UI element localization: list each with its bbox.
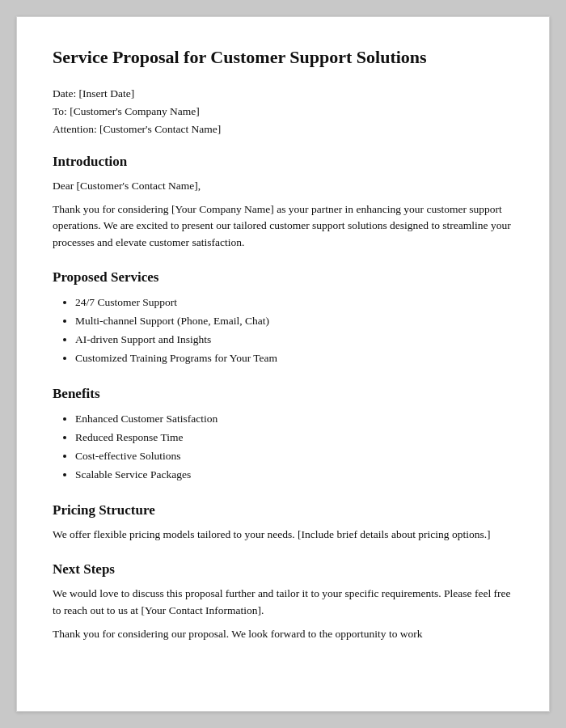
introduction-heading: Introduction bbox=[53, 154, 513, 170]
list-item: AI-driven Support and Insights bbox=[75, 331, 513, 349]
list-item: Scalable Service Packages bbox=[75, 466, 513, 485]
pricing-body: We offer flexible pricing models tailore… bbox=[53, 527, 513, 544]
date-line: Date: [Insert Date] bbox=[53, 87, 513, 100]
next-steps-body2: Thank you for considering our proposal. … bbox=[53, 626, 513, 643]
to-line: To: [Customer's Company Name] bbox=[53, 105, 513, 118]
list-item: Reduced Response Time bbox=[75, 429, 513, 447]
proposed-services-heading: Proposed Services bbox=[53, 269, 513, 286]
document-title: Service Proposal for Customer Support So… bbox=[53, 46, 513, 70]
list-item: Cost-effective Solutions bbox=[75, 447, 513, 466]
introduction-salutation: Dear [Customer's Contact Name], bbox=[53, 178, 513, 195]
document-container: Service Proposal for Customer Support So… bbox=[16, 16, 550, 712]
pricing-heading: Pricing Structure bbox=[53, 502, 513, 518]
list-item: Customized Training Programs for Your Te… bbox=[75, 349, 513, 368]
list-item: 24/7 Customer Support bbox=[75, 294, 513, 312]
benefits-heading: Benefits bbox=[53, 386, 513, 402]
next-steps-heading: Next Steps bbox=[53, 561, 513, 578]
proposed-services-list: 24/7 Customer Support Multi-channel Supp… bbox=[75, 294, 513, 368]
introduction-body: Thank you for considering [Your Company … bbox=[53, 201, 513, 252]
list-item: Multi-channel Support (Phone, Email, Cha… bbox=[75, 312, 513, 331]
benefits-list: Enhanced Customer Satisfaction Reduced R… bbox=[75, 410, 513, 485]
next-steps-body1: We would love to discuss this proposal f… bbox=[53, 586, 513, 620]
list-item: Enhanced Customer Satisfaction bbox=[75, 410, 513, 429]
attention-line: Attention: [Customer's Contact Name] bbox=[53, 123, 513, 136]
